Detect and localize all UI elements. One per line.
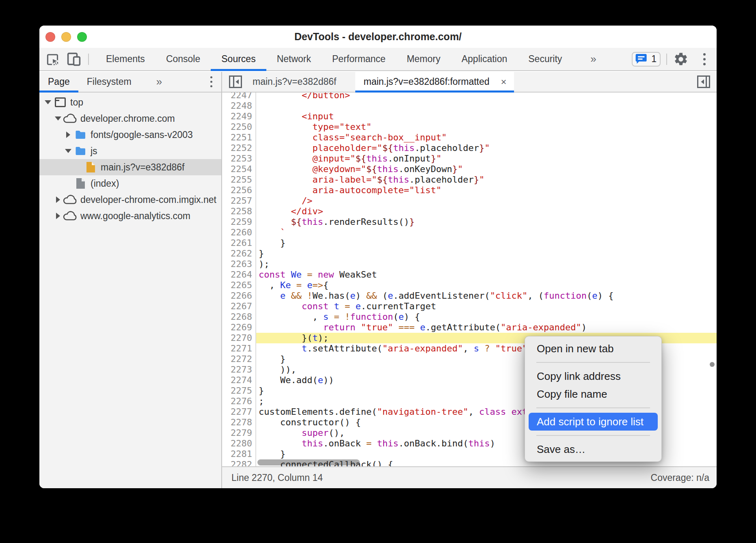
line-number[interactable]: 2262 [222,248,252,259]
line-number[interactable]: 2275 [222,386,252,396]
issues-badge[interactable]: 1 [632,52,661,67]
tree-item-index[interactable]: (index) [39,175,221,192]
line-number[interactable]: 2280 [222,438,252,449]
tree-item-developer-chrome-com[interactable]: developer.chrome.com [39,110,221,127]
code-line[interactable]: @keydown="${this.onKeyDown}" [256,164,717,175]
tree-item-js[interactable]: js [39,143,221,159]
tree-item-top[interactable]: top [39,94,221,110]
show-sidebar-icon[interactable] [697,75,710,88]
line-number[interactable]: 2253 [222,153,252,164]
line-number[interactable]: 2255 [222,175,252,185]
line-number[interactable]: 2269 [222,322,252,333]
panel-tab-performance[interactable]: Performance [322,48,396,70]
menu-item-add-script-to-ignore-list[interactable]: Add script to ignore list [529,413,658,431]
menu-item-copy-file-name[interactable]: Copy file name [525,385,661,403]
line-number[interactable]: 2267 [222,301,252,312]
line-number[interactable]: 2261 [222,238,252,248]
line-number[interactable]: 2273 [222,364,252,375]
panel-tab-elements[interactable]: Elements [95,48,156,70]
panel-tab-console[interactable]: Console [156,48,211,70]
line-number[interactable]: 2250 [222,122,252,132]
code-line[interactable]: const We = new WeakSet [256,269,717,280]
code-line[interactable]: </div> [256,206,717,217]
panel-tab-application[interactable]: Application [451,48,518,70]
code-line[interactable]: e && !We.has(e) && (e.addEventListener("… [256,291,717,301]
code-line[interactable]: type="text" [256,122,717,132]
disclosure-closed-icon[interactable] [53,213,63,219]
toggle-device-toolbar-button[interactable] [66,48,82,70]
disclosure-closed-icon[interactable] [63,131,73,138]
line-number[interactable]: 2268 [222,312,252,322]
close-tab-icon[interactable]: × [499,76,508,88]
panel-tab-network[interactable]: Network [266,48,322,70]
code-line[interactable]: <input [256,111,717,122]
more-panels-button[interactable]: » [585,53,602,65]
line-number[interactable]: 2264 [222,269,252,280]
line-number[interactable]: 2276 [222,396,252,407]
line-number[interactable]: 2252 [222,143,252,153]
line-number[interactable]: 2266 [222,291,252,301]
code-line[interactable]: placeholder="${this.placeholder}" [256,143,717,153]
navigator-kebab-button[interactable] [206,76,216,87]
line-number[interactable]: 2265 [222,280,252,291]
menu-item-copy-link-address[interactable]: Copy link address [525,367,661,385]
code-line[interactable]: return "true" === e.getAttribute("aria-e… [256,322,717,333]
main-menu-kebab-button[interactable] [699,53,710,65]
code-line[interactable]: , s = !function(e) { [256,312,717,322]
line-number[interactable]: 2254 [222,164,252,175]
line-number[interactable]: 2281 [222,449,252,459]
vertical-scrollbar-thumb[interactable] [710,362,715,367]
line-number[interactable]: 2278 [222,417,252,428]
tree-item-www-google-analytics-com[interactable]: www.google-analytics.com [39,208,221,224]
code-line[interactable]: /> [256,196,717,206]
code-line[interactable]: ${this.renderResults()} [256,217,717,227]
navigator-tab-filesystem[interactable]: Filesystem [78,72,140,92]
editor-tab-main-js-v-e382d86f[interactable]: main.js?v=e382d86f [246,72,343,92]
line-number[interactable]: 2247 [222,93,252,101]
line-number[interactable]: 2251 [222,132,252,143]
line-number[interactable]: 2259 [222,217,252,227]
menu-item-save-as[interactable]: Save as… [525,440,661,458]
tree-item-main-js-v-e382d86f[interactable]: main.js?v=e382d86f [39,159,221,175]
line-number[interactable]: 2277 [222,407,252,417]
line-number[interactable]: 2257 [222,196,252,206]
line-number[interactable]: 2270 [222,333,252,343]
tree-item-developer-chrome-com-imgix-net[interactable]: developer-chrome-com.imgix.net [39,192,221,208]
disclosure-open-icon[interactable] [43,100,53,104]
line-number[interactable]: 2263 [222,259,252,269]
settings-gear-button[interactable] [673,48,689,70]
line-number[interactable]: 2260 [222,227,252,238]
line-number[interactable]: 2271 [222,343,252,354]
panel-tab-security[interactable]: Security [518,48,572,70]
code-line[interactable]: aria-autocomplete="list" [256,185,717,196]
line-number[interactable]: 2272 [222,354,252,364]
line-number[interactable]: 2256 [222,185,252,196]
code-line[interactable]: class="search-box__input" [256,132,717,143]
line-number[interactable]: 2249 [222,111,252,122]
line-number[interactable]: 2258 [222,206,252,217]
code-line[interactable]: </button> [256,93,717,101]
line-number[interactable]: 2274 [222,375,252,386]
line-number[interactable]: 2248 [222,101,252,111]
code-line[interactable]: ` [256,227,717,238]
line-number[interactable]: 2282 [222,459,252,466]
collapse-navigator-icon[interactable] [229,75,242,88]
panel-tab-sources[interactable]: Sources [211,48,266,70]
code-line[interactable]: @input="${this.onInput}" [256,153,717,164]
panel-tab-memory[interactable]: Memory [396,48,451,70]
disclosure-open-icon[interactable] [53,116,63,121]
code-line[interactable]: } [256,248,717,259]
navigator-tab-page[interactable]: Page [39,72,78,92]
code-line[interactable] [256,101,717,111]
code-line[interactable]: } [256,238,717,248]
disclosure-open-icon[interactable] [63,149,73,153]
code-line[interactable]: const t = e.currentTarget [256,301,717,312]
code-line[interactable]: , Ke = e=>{ [256,280,717,291]
menu-item-open-in-new-tab[interactable]: Open in new tab [525,340,661,358]
disclosure-closed-icon[interactable] [53,196,63,203]
code-line[interactable]: ); [256,259,717,269]
editor-tab-main-js-v-e382d86f-formatted[interactable]: main.js?v=e382d86f:formatted× [355,72,514,92]
tree-item-fonts-google-sans-v2003[interactable]: fonts/google-sans-v2003 [39,127,221,143]
more-navigator-tabs-button[interactable]: » [152,75,166,88]
code-line[interactable]: aria-label="${this.placeholder}" [256,175,717,185]
